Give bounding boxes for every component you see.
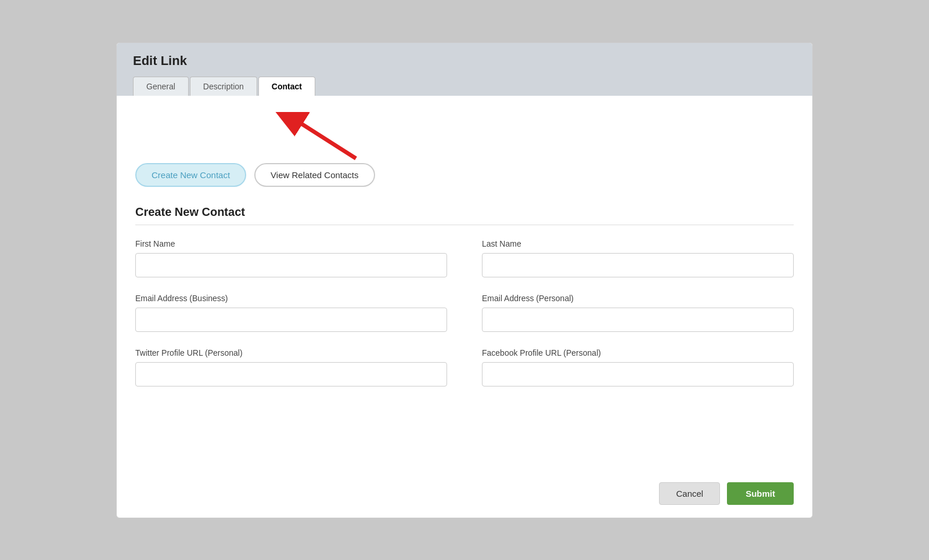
facebook-url-label: Facebook Profile URL (Personal) <box>482 348 794 357</box>
tab-general[interactable]: General <box>133 77 189 96</box>
email-personal-group: Email Address (Personal) <box>482 294 794 332</box>
tabs-bar: General Description Contact <box>133 77 796 96</box>
contact-form: First Name Last Name Email Address (Busi… <box>135 239 794 386</box>
email-personal-input[interactable] <box>482 308 794 332</box>
view-related-contacts-button[interactable]: View Related Contacts <box>254 163 375 187</box>
tab-description[interactable]: Description <box>190 77 257 96</box>
last-name-group: Last Name <box>482 239 794 277</box>
email-personal-label: Email Address (Personal) <box>482 294 794 303</box>
dialog-body: Create New Contact View Related Contacts… <box>117 96 812 472</box>
section-title: Create New Contact <box>135 205 794 219</box>
svg-line-1 <box>292 118 356 158</box>
dialog-footer: Cancel Submit <box>117 472 812 518</box>
last-name-input[interactable] <box>482 253 794 277</box>
email-business-label: Email Address (Business) <box>135 294 447 303</box>
email-business-input[interactable] <box>135 308 447 332</box>
twitter-url-label: Twitter Profile URL (Personal) <box>135 348 447 357</box>
section-divider <box>135 225 794 225</box>
twitter-url-input[interactable] <box>135 362 447 386</box>
last-name-label: Last Name <box>482 239 794 248</box>
cancel-button[interactable]: Cancel <box>659 482 720 505</box>
create-new-contact-button[interactable]: Create New Contact <box>135 163 246 187</box>
arrow-annotation-area <box>135 112 794 158</box>
first-name-group: First Name <box>135 239 447 277</box>
dialog-header: Edit Link General Description Contact <box>117 43 812 96</box>
facebook-url-input[interactable] <box>482 362 794 386</box>
tab-contact[interactable]: Contact <box>258 77 315 96</box>
facebook-url-group: Facebook Profile URL (Personal) <box>482 348 794 386</box>
edit-link-dialog: Edit Link General Description Contact <box>116 42 813 518</box>
dialog-title: Edit Link <box>133 53 796 68</box>
action-buttons: Create New Contact View Related Contacts <box>135 163 794 187</box>
first-name-input[interactable] <box>135 253 447 277</box>
email-business-group: Email Address (Business) <box>135 294 447 332</box>
submit-button[interactable]: Submit <box>727 482 794 505</box>
arrow-annotation-icon <box>275 112 368 164</box>
twitter-url-group: Twitter Profile URL (Personal) <box>135 348 447 386</box>
first-name-label: First Name <box>135 239 447 248</box>
